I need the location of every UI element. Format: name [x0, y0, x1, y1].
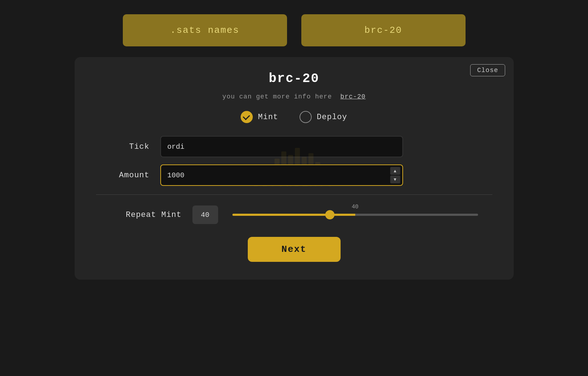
amount-field-row: Amount ▲ ▼ — [110, 164, 478, 186]
amount-decrement[interactable]: ▼ — [390, 176, 400, 183]
repeat-mint-value: 40 — [192, 205, 218, 224]
radio-deploy-circle — [300, 111, 312, 123]
tab-brc-20[interactable]: brc-20 — [301, 14, 466, 46]
divider — [96, 194, 492, 195]
tick-input[interactable] — [160, 136, 403, 157]
modal-title: brc-20 — [269, 71, 320, 86]
radio-deploy-label: Deploy — [317, 113, 347, 122]
form-section: Tick Amount ▲ ▼ — [96, 136, 492, 186]
amount-increment[interactable]: ▲ — [390, 167, 400, 175]
tick-field-row: Tick — [110, 136, 478, 157]
brc20-link[interactable]: brc-20 — [340, 93, 366, 100]
radio-group: Mint Deploy — [241, 111, 347, 123]
repeat-mint-slider[interactable] — [232, 214, 478, 216]
modal-info-text: you can get more info here brc-20 — [222, 93, 366, 100]
close-button[interactable]: Close — [470, 64, 505, 76]
amount-spinner: ▲ ▼ — [390, 167, 400, 183]
amount-wrapper: ▲ ▼ — [160, 164, 403, 186]
slider-label-above: 40 — [352, 204, 358, 210]
radio-mint-label: Mint — [258, 113, 278, 122]
radio-mint-circle — [241, 111, 253, 123]
tick-label: Tick — [110, 142, 150, 151]
slider-container: 40 — [232, 214, 478, 216]
amount-label: Amount — [110, 171, 150, 180]
next-button[interactable]: Next — [248, 237, 341, 262]
amount-input[interactable] — [160, 164, 403, 186]
repeat-mint-label: Repeat Mint — [110, 210, 182, 219]
radio-deploy[interactable]: Deploy — [300, 111, 347, 123]
tab-sats-names[interactable]: .sats names — [123, 14, 287, 46]
repeat-mint-row: Repeat Mint 40 40 — [96, 205, 492, 224]
top-tab-bar: .sats names brc-20 — [123, 14, 466, 46]
brc20-modal: BLOCKBEATS Close brc-20 you can get more… — [75, 57, 514, 280]
radio-mint[interactable]: Mint — [241, 111, 278, 123]
